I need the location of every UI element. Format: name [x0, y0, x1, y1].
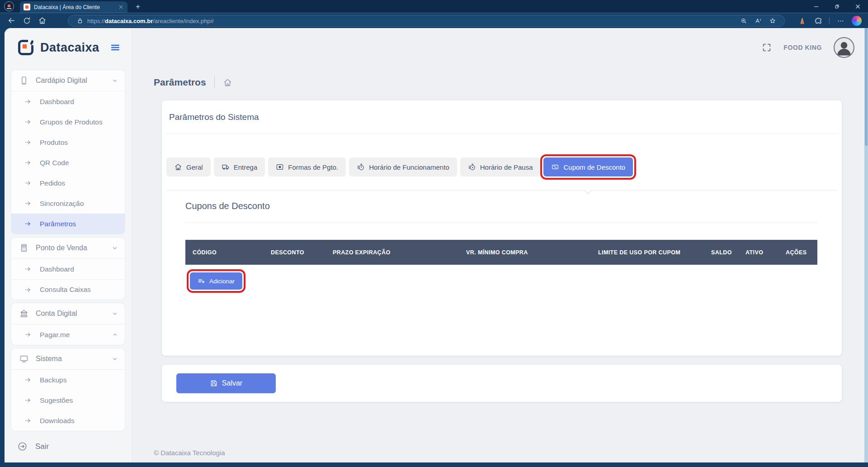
main-header: FOOD KING [762, 36, 854, 59]
nav-group: SistemaBackupsSugestõesDownloads [11, 348, 125, 431]
home-button[interactable] [34, 14, 50, 27]
nav-group-label: Conta Digital [36, 310, 77, 318]
sidebar-item-pagar-me[interactable]: Pagar.me [11, 324, 125, 345]
calculator-icon [19, 243, 28, 253]
puzzle-icon [814, 17, 823, 25]
tab-label: Entrega [234, 163, 258, 171]
phone-icon [19, 76, 28, 85]
restore-button[interactable] [826, 0, 847, 13]
tab-title: Datacaixa | Área do Cliente [34, 4, 114, 10]
nav-group: Conta DigitalPagar.me [11, 303, 125, 345]
sidebar-group-conta-digital[interactable]: Conta Digital [11, 303, 125, 324]
sidebar-item-label: Downloads [40, 417, 75, 425]
payment-icon [276, 163, 284, 171]
stopwatch-icon [357, 163, 365, 171]
page-scrollbar[interactable] [864, 28, 868, 462]
sidebar-item-produtos[interactable]: Produtos [11, 132, 125, 152]
lighthouse-extension-button[interactable] [795, 14, 809, 27]
toolbar-divider [829, 17, 830, 24]
page-title: Parâmetros [154, 77, 206, 88]
playlist-add-icon [198, 277, 205, 285]
settings-more-button[interactable] [834, 14, 847, 27]
add-coupon-label: Adicionar [209, 278, 235, 285]
tab-formas-de-pgto-[interactable]: Formas de Pgto. [268, 157, 346, 176]
back-button[interactable] [4, 14, 19, 27]
logout-label: Sair [35, 442, 49, 451]
avatar[interactable] [834, 37, 854, 58]
sidebar-item-sair[interactable]: Sair [5, 434, 132, 452]
sidebar-item-downloads[interactable]: Downloads [11, 410, 125, 431]
sidebar-toggle-button[interactable] [110, 42, 121, 53]
chevron-down-icon [111, 244, 118, 252]
close-button[interactable] [847, 0, 868, 13]
brand-name: Datacaixa [40, 41, 99, 55]
active-tab-notch [585, 186, 592, 194]
zoom-icon[interactable] [740, 17, 747, 24]
copilot-button[interactable] [850, 14, 863, 27]
save-card: Salvar [162, 365, 842, 402]
tab-close-icon[interactable] [118, 4, 124, 10]
chevron-down-icon [111, 355, 118, 362]
page-background: Datacaixa Cardápio DigitalDashboardGrupo… [0, 28, 868, 467]
tab-hor-rio-de-pausa[interactable]: Horário de Pausa [460, 157, 541, 176]
new-tab-button[interactable]: + [133, 2, 143, 11]
save-button[interactable]: Salvar [176, 373, 276, 393]
sidebar-item-dashboard[interactable]: Dashboard [11, 259, 125, 279]
sidebar-item-label: Produtos [40, 138, 68, 147]
sidebar-item-par-metros[interactable]: Parâmetros [11, 214, 125, 234]
column-header: PRAZO EXPIRAÇÃO [326, 249, 459, 256]
breadcrumb-home-icon[interactable] [223, 78, 232, 87]
tab-entrega[interactable]: Entrega [214, 157, 265, 176]
save-icon [210, 379, 218, 387]
section-title: Cupons de Desconto [185, 201, 270, 211]
scrollbar-thumb[interactable] [865, 28, 868, 146]
tab-hor-rio-de-funcionamento[interactable]: Horário de Funcionamento [349, 157, 457, 176]
browser-window: Datacaixa | Área do Cliente + https://da… [0, 0, 868, 467]
sidebar-group-card-pio-digital[interactable]: Cardápio Digital [11, 70, 125, 91]
tab-geral[interactable]: Geral [166, 157, 211, 176]
copilot-icon [852, 16, 862, 26]
monitor-icon [19, 354, 28, 363]
browser-profile-avatar[interactable] [4, 1, 14, 11]
favorite-star-icon[interactable] [769, 17, 776, 24]
arrow-right-icon [24, 200, 32, 207]
minimize-icon [813, 3, 820, 10]
browser-tab[interactable]: Datacaixa | Área do Cliente [20, 1, 127, 13]
arrow-right-icon [24, 98, 32, 105]
column-header: ATIVO [738, 249, 778, 256]
lock-icon[interactable] [76, 17, 84, 24]
ticket-icon [551, 163, 559, 171]
close-icon [854, 3, 861, 10]
window-controls [806, 0, 868, 13]
sidebar-item-backups[interactable]: Backups [11, 370, 125, 390]
nav-group-label: Sistema [36, 355, 62, 363]
extensions-button[interactable] [811, 14, 825, 27]
sidebar-item-dashboard[interactable]: Dashboard [11, 91, 125, 112]
sidebar-item-pedidos[interactable]: Pedidos [11, 173, 125, 193]
tab-cupom-de-desconto[interactable]: Cupom de Desconto [543, 157, 633, 176]
arrow-right-icon [24, 138, 32, 146]
nav-group-label: Ponto de Venda [36, 244, 87, 252]
sidebar-item-grupos-de-produtos[interactable]: Grupos de Produtos [11, 112, 125, 132]
sidebar-item-label: QR Code [40, 159, 69, 167]
sidebar-item-qr-code[interactable]: QR Code [11, 152, 125, 173]
sidebar-group-ponto-de-venda[interactable]: Ponto de Venda [11, 238, 125, 258]
add-coupon-button[interactable]: Adicionar [190, 272, 242, 290]
brand[interactable]: Datacaixa [5, 28, 132, 55]
fullscreen-button[interactable] [762, 43, 772, 52]
nav-group: Cardápio DigitalDashboardGrupos de Produ… [11, 70, 125, 234]
sidebar-item-consulta-caixas[interactable]: Consulta Caixas [11, 279, 125, 300]
sidebar-item-sugest-es[interactable]: Sugestões [11, 390, 125, 410]
account-name[interactable]: FOOD KING [783, 44, 822, 51]
read-aloud-icon[interactable] [755, 17, 762, 24]
stopwatch-dot-icon [468, 163, 476, 171]
address-bar[interactable]: https://datacaixa.com.br/areacliente/ind… [68, 15, 785, 27]
url-text[interactable]: https://datacaixa.com.br/areacliente/ind… [87, 18, 214, 24]
refresh-button[interactable] [19, 14, 34, 27]
minimize-button[interactable] [806, 0, 826, 13]
datacaixa-logo-icon [18, 40, 33, 55]
sidebar-group-sistema[interactable]: Sistema [11, 348, 125, 369]
sidebar-item-sincroniza-o[interactable]: Sincronização [11, 193, 125, 214]
browser-toolbar: https://datacaixa.com.br/areacliente/ind… [0, 13, 868, 28]
sidebar-item-label: Parâmetros [40, 220, 76, 228]
